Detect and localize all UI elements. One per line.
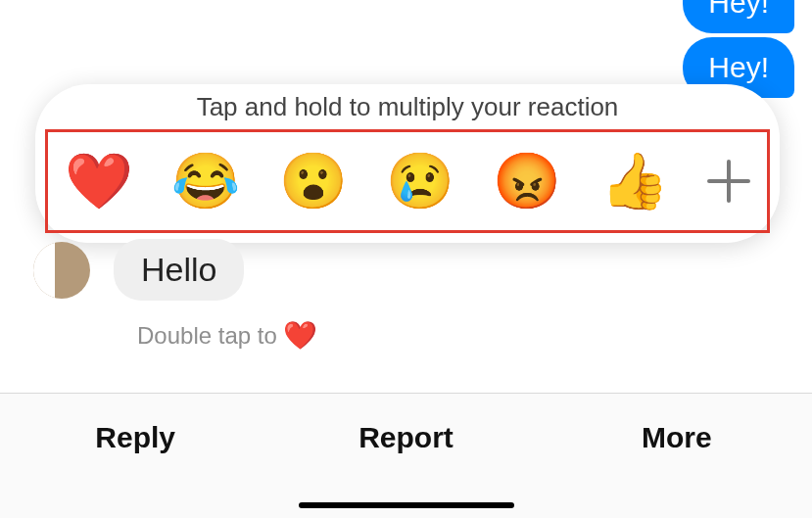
incoming-message-row: Hello xyxy=(33,239,244,301)
report-button[interactable]: Report xyxy=(270,421,541,454)
avatar[interactable] xyxy=(33,242,90,299)
reaction-cry-icon[interactable]: 😢 xyxy=(386,154,454,209)
double-tap-hint-text: Double tap to xyxy=(137,322,277,350)
reply-button[interactable]: Reply xyxy=(0,421,270,454)
reaction-row: ❤️ 😂 😮 😢 😡 👍 xyxy=(45,129,770,233)
outgoing-message-1[interactable]: Hey! xyxy=(683,0,794,33)
reaction-heart-icon[interactable]: ❤️ xyxy=(65,154,133,209)
reaction-laugh-icon[interactable]: 😂 xyxy=(171,154,240,209)
home-indicator xyxy=(299,502,514,508)
incoming-message-1[interactable]: Hello xyxy=(114,239,244,301)
outgoing-message-2-text: Hey! xyxy=(708,51,769,83)
action-bar: Reply Report More xyxy=(0,393,812,518)
reaction-angry-icon[interactable]: 😡 xyxy=(493,154,561,209)
reaction-hint: Tap and hold to multiply your reaction xyxy=(35,84,780,122)
double-tap-hint: Double tap to ❤️ xyxy=(137,319,317,352)
outgoing-message-1-text: Hey! xyxy=(708,0,769,19)
heart-icon: ❤️ xyxy=(283,319,317,352)
reaction-add-icon[interactable] xyxy=(707,160,750,203)
avatar-mask xyxy=(33,242,55,299)
incoming-message-1-text: Hello xyxy=(141,251,216,288)
reaction-like-icon[interactable]: 👍 xyxy=(600,154,669,209)
more-button[interactable]: More xyxy=(542,421,812,454)
reaction-wow-icon[interactable]: 😮 xyxy=(279,154,348,209)
reaction-popup: Tap and hold to multiply your reaction ❤… xyxy=(35,84,780,243)
